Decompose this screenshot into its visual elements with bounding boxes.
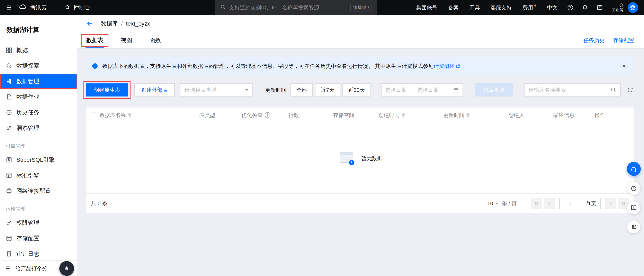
sidebar-item-audit-log[interactable]: 审计日志 [0, 246, 77, 261]
total-pages-label: /1页 [582, 198, 601, 209]
sidebar-item-data-management[interactable]: 数据管理 [0, 74, 77, 89]
topbar-link-language[interactable]: 中文 [542, 0, 563, 15]
rate-product-bar[interactable]: 给产品打个分 [0, 261, 77, 276]
survey-icon[interactable] [627, 182, 640, 195]
batch-delete-button[interactable]: 批量删除 [475, 83, 513, 96]
link-icon [6, 125, 12, 131]
back-button[interactable] [86, 19, 94, 28]
chevron-down-icon [495, 203, 498, 206]
sort-icon[interactable] [128, 113, 131, 118]
name-search-input[interactable] [528, 87, 610, 93]
search-icon[interactable] [610, 87, 616, 93]
sidebar-item-overview[interactable]: 概览 [0, 42, 77, 58]
sidebar-item-storage-config[interactable]: 存储配置 [0, 231, 77, 246]
range-7d-button[interactable]: 近7天 [315, 83, 340, 96]
topbar-link-group-account[interactable]: 集团账号 [411, 0, 443, 15]
close-icon[interactable] [620, 62, 628, 70]
range-all-button[interactable]: 全部 [290, 83, 312, 96]
sidebar-item-label: 网络连接配置 [16, 187, 51, 195]
engine-icon [6, 172, 12, 179]
sidebar-item-standard-engine[interactable]: 标准引擎 [0, 168, 77, 183]
sidebar-item-data-exploration[interactable]: 数据探索 [0, 58, 77, 74]
topbar-link-billing[interactable]: 费用 [517, 0, 542, 15]
billing-overview-link[interactable]: 计费概述 [434, 63, 455, 69]
menu-icon[interactable] [0, 0, 18, 15]
current-page-input[interactable]: 1 [559, 198, 582, 209]
notification-bell-icon[interactable] [578, 0, 592, 15]
sidebar-item-label: 数据探索 [16, 62, 39, 70]
column-creator: 创建人 [508, 112, 524, 119]
range-30d-button[interactable]: 近30天 [342, 83, 370, 96]
topbar-link-support[interactable]: 客服支持 [485, 0, 517, 15]
date-range-picker[interactable]: 选择日期 选择日期 [381, 83, 463, 96]
settings-sliders-icon[interactable] [627, 220, 640, 234]
sidebar-item-supersql-engine[interactable]: SuperSQL引擎 [0, 152, 77, 168]
sidebar-item-permission-management[interactable]: 权限管理 [0, 215, 77, 231]
billing-notification-dot [534, 4, 536, 6]
shortcut-badge: 快捷键 / [350, 4, 372, 11]
feedback-panel-icon[interactable] [592, 0, 607, 15]
topbar-link-tools[interactable]: 工具 [464, 0, 485, 15]
tab-data-tables[interactable]: 数据表 [86, 32, 104, 48]
list-icon [5, 265, 12, 272]
topbar-link-label: 费用 [522, 4, 533, 11]
table-type-select[interactable]: 请选择表类型 [180, 83, 253, 96]
banner-text: 数据库下的数据表，支持原生表和外部数据表的管理，可以管理基本信息、字段等，可在任… [102, 63, 434, 69]
docs-icon[interactable] [627, 201, 640, 214]
empty-text: 暂无数据 [361, 155, 382, 162]
create-native-table-button[interactable]: 创建原生表 [86, 83, 128, 96]
sort-icon[interactable] [402, 113, 405, 118]
create-external-table-button[interactable]: 创建外部表 [134, 83, 175, 96]
topbar-link-label: 客服支持 [490, 4, 512, 11]
tab-views[interactable]: 视图 [120, 32, 133, 48]
prev-page-button[interactable] [544, 198, 555, 209]
sidebar-item-label: 存储配置 [16, 235, 39, 242]
info-icon[interactable]: i [265, 112, 270, 118]
table-header: 数据表名称 表类型 优化检查 i 行数 存储空间 创建时间 [86, 108, 634, 123]
breadcrumb: 数据库 / text_oyzx [77, 15, 644, 32]
log-icon [6, 251, 12, 257]
select-all-checkbox[interactable] [91, 112, 96, 118]
console-label: 控制台 [73, 4, 90, 11]
refresh-icon[interactable] [626, 86, 634, 94]
avatar[interactable]: 数 [628, 2, 638, 13]
task-history-link[interactable]: 任务历史 [584, 37, 605, 44]
customer-service-icon[interactable] [627, 162, 641, 176]
sidebar-item-network-config[interactable]: 网络连接配置 [0, 183, 77, 199]
breadcrumb-parent[interactable]: 数据库 [101, 20, 118, 27]
account-name: 乔 [611, 2, 624, 7]
page-size-value: 10 [487, 200, 493, 207]
sort-icon[interactable] [466, 113, 470, 118]
calendar-icon [453, 87, 459, 93]
end-date-placeholder: 选择日期 [417, 86, 449, 94]
tab-label: 视图 [121, 36, 132, 44]
chevron-down-icon [245, 89, 248, 92]
tencent-cloud-brand[interactable]: 腾讯云 [18, 0, 56, 15]
key-icon [6, 220, 12, 226]
tab-functions[interactable]: 函数 [148, 32, 162, 48]
time-range-filter: 全部 近7天 近30天 [290, 83, 370, 96]
column-create-time: 创建时间 [378, 112, 400, 119]
sidebar-nav: 概览 数据探索 数据管理 数据作业 历史任务 [0, 42, 77, 261]
next-page-button[interactable] [605, 198, 616, 209]
globe-icon [6, 188, 12, 194]
global-search-input[interactable] [229, 4, 347, 11]
sidebar-item-label: SuperSQL引擎 [16, 156, 54, 164]
storage-config-link[interactable]: 存储配置 [613, 37, 634, 44]
topbar-link-icp[interactable]: 备案 [443, 0, 464, 15]
console-link[interactable]: 控制台 [56, 0, 98, 15]
sidebar-item-insight-management[interactable]: 洞察管理 [0, 120, 77, 136]
sidebar-item-history-tasks[interactable]: 历史任务 [0, 105, 77, 120]
tencent-cloud-console: 腾讯云 控制台 快捷键 / 集团账号 备案 工具 客服支持 费用 中文 [0, 0, 644, 276]
history-icon [6, 109, 12, 116]
help-icon[interactable] [563, 0, 578, 15]
column-update-time: 更新时间 [443, 112, 464, 119]
account-info[interactable]: 乔 子账号 [607, 2, 627, 13]
sidebar-item-label: 概览 [16, 46, 28, 54]
account-type: 子账号 [611, 7, 624, 13]
first-page-button[interactable] [531, 198, 542, 209]
column-row-count: 行数 [288, 112, 299, 119]
sidebar-item-data-jobs[interactable]: 数据作业 [0, 89, 77, 105]
rate-widget-icon[interactable] [59, 261, 74, 276]
page-size-select[interactable]: 10 [487, 200, 498, 207]
